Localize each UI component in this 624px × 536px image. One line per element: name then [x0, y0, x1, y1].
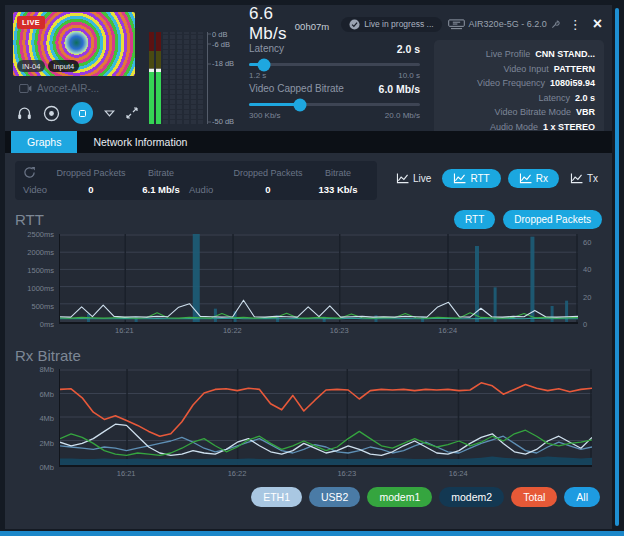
chevron-down-icon [104, 110, 115, 117]
rtt-section-title: RTT [15, 211, 44, 228]
meter-scale-label: -6 dB [212, 39, 230, 48]
link-legend: ETH1USB2modem1modem2TotalAll [15, 487, 602, 507]
rtt-toggle-dropped-packets[interactable]: Dropped Packets [503, 210, 602, 229]
device-name-row: Avocet-AIR-... [19, 83, 141, 94]
audio-meter-bars [149, 32, 203, 124]
stats-audio-bitrate: 133 Kb/s [307, 184, 369, 195]
rtt-toggle-rtt[interactable]: RTT [454, 210, 495, 229]
info-row: Video InputPATTERN [443, 62, 595, 77]
refresh-icon [23, 166, 36, 179]
stop-icon [79, 110, 86, 117]
check-circle-icon [349, 19, 360, 30]
rx-plot[interactable] [59, 369, 592, 467]
audio-monitor-button[interactable] [17, 106, 32, 120]
stream-duration: 00h07m [295, 21, 329, 32]
record-button[interactable] [43, 105, 60, 122]
latency-label: Latency [249, 43, 284, 55]
stats-video-label: Video [23, 184, 49, 195]
y-tick-label-right: 0 [583, 320, 587, 329]
audio-meter: 0 dB-6 dB-18 dB-50 dB [149, 12, 241, 127]
chart-line-icon [396, 173, 409, 184]
view-button-tx[interactable]: Tx [566, 170, 602, 187]
rtt-section: RTT RTTDropped Packets 2500ms2000ms1500m… [15, 210, 602, 337]
rx-chart: 8Mb6Mb4Mb2Mb0Mb [15, 369, 602, 467]
meter-bar [177, 32, 182, 124]
header: LIVE IN-04 Input4 Avocet-AIR-... [5, 5, 612, 131]
view-buttons: LiveRTTRxTx [392, 169, 602, 188]
rtt-chart: 2500ms2000ms1500ms1000ms500ms0ms 6040200 [15, 234, 602, 324]
y-tick-label-right: 60 [583, 238, 591, 247]
stats-header-dropped-video: Dropped Packets [49, 168, 133, 178]
info-label: Live Profile [486, 47, 531, 62]
legend-all[interactable]: All [564, 487, 600, 507]
camera-icon [19, 84, 32, 93]
record-icon [43, 105, 60, 122]
rx-y-axis-left: 8Mb6Mb4Mb2Mb0Mb [15, 369, 59, 467]
stats-header-bitrate-audio: Bitrate [307, 168, 369, 178]
chart-line-icon [453, 173, 466, 184]
rx-y-axis-right [592, 369, 602, 467]
x-tick-label: 16:23 [330, 326, 349, 335]
latency-value: 2.0 s [397, 43, 420, 55]
tab-network-information[interactable]: Network Information [77, 131, 203, 153]
vcb-min: 300 Kb/s [249, 111, 281, 120]
stats-audio-label: Audio [189, 184, 229, 195]
app-window: LIVE IN-04 Input4 Avocet-AIR-... [0, 0, 624, 536]
close-button[interactable]: × [591, 16, 604, 32]
wrench-icon [551, 20, 560, 29]
window-bottom-bar [0, 531, 624, 536]
refresh-button[interactable] [23, 166, 49, 179]
legend-modem2[interactable]: modem2 [439, 487, 504, 507]
header-body: Latency 2.0 s 1.2 s 10.0 s Video Ca [249, 36, 604, 141]
y-tick-label: 6Mb [39, 389, 54, 398]
video-preview[interactable]: LIVE IN-04 Input4 [13, 12, 135, 76]
vcb-max: 20.0 Mb/s [385, 111, 420, 120]
kebab-menu-button[interactable]: ⋮ [566, 17, 585, 32]
stop-button[interactable] [71, 102, 93, 124]
view-button-live[interactable]: Live [392, 170, 435, 187]
view-button-label: Live [413, 173, 431, 184]
latency-slider[interactable] [249, 63, 420, 66]
legend-modem1[interactable]: modem1 [367, 487, 432, 507]
y-tick-label: 2Mb [39, 438, 54, 447]
y-tick-label: 2000ms [27, 248, 54, 257]
rtt-y-axis-left: 2500ms2000ms1500ms1000ms500ms0ms [15, 234, 59, 324]
view-button-rtt[interactable]: RTT [442, 169, 500, 188]
rtt-plot[interactable] [59, 234, 578, 324]
info-label: Video Frequency [477, 76, 545, 91]
x-tick-label: 16:24 [438, 326, 457, 335]
scrollbar[interactable] [615, 8, 619, 526]
channel-tag: IN-04 [17, 60, 45, 72]
fullscreen-button[interactable] [126, 107, 138, 119]
view-button-rx[interactable]: Rx [508, 169, 559, 188]
stats-header-dropped-audio: Dropped Packets [229, 168, 307, 178]
rtt-svg [60, 234, 578, 322]
vcb-value: 6.0 Mb/s [379, 83, 420, 95]
info-value: PATTERN [554, 62, 595, 77]
rx-section: Rx Bitrate 8Mb6Mb4Mb2Mb0Mb 16:2116:2216:… [15, 347, 602, 507]
vcb-slider[interactable] [249, 103, 420, 106]
tab-graphs[interactable]: Graphs [11, 131, 77, 153]
legend-total[interactable]: Total [511, 487, 557, 507]
stats-table: Dropped PacketsBitrateDropped PacketsBit… [15, 161, 377, 200]
latency-slider-handle[interactable] [258, 58, 271, 71]
more-options-button[interactable] [104, 110, 115, 117]
info-row: Live ProfileCNN STAND... [443, 47, 595, 62]
legend-eth1[interactable]: ETH1 [251, 487, 302, 507]
vcb-slider-handle[interactable] [294, 98, 307, 111]
x-tick-label: 16:24 [449, 469, 468, 478]
meter-bar [156, 32, 161, 124]
legend-usb2[interactable]: USB2 [309, 487, 360, 507]
meter-scale-label: -50 dB [212, 117, 234, 126]
stats-audio-dropped: 0 [229, 184, 307, 195]
y-tick-label: 1000ms [27, 284, 54, 293]
meter-bar [191, 32, 196, 124]
view-button-label: Tx [587, 173, 598, 184]
x-tick-label: 16:22 [228, 469, 247, 478]
rtt-y-axis-right: 6040200 [578, 234, 602, 324]
meter-bar [149, 32, 154, 124]
vcb-slider-fill [249, 103, 300, 106]
info-label: Video Bitrate Mode [495, 105, 571, 120]
audio-meter-scale: 0 dB-6 dB-18 dB-50 dB [207, 32, 241, 124]
view-button-label: RTT [470, 173, 489, 184]
